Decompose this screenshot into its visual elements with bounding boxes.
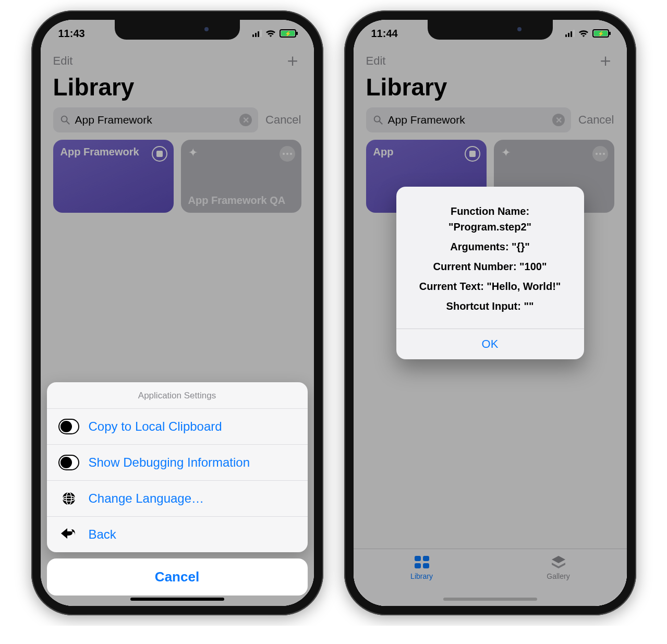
sheet-row-label: Copy to Local Clipboard: [89, 419, 222, 434]
battery-icon: ⚡: [280, 29, 296, 38]
sheet-row-copy-clipboard[interactable]: Copy to Local Clipboard: [47, 409, 308, 445]
status-time: 11:43: [58, 28, 85, 40]
wifi-icon: [265, 29, 276, 38]
sheet-row-change-language[interactable]: Change Language…: [47, 481, 308, 517]
sheet-row-label: Back: [89, 527, 116, 542]
alert-message: Function Name:"Program.step2" Arguments:…: [396, 187, 584, 329]
phone-right: 11:44 ⚡ Edit ＋ Library App Framework: [344, 10, 636, 615]
cellular-icon: [565, 30, 575, 37]
battery-icon: ⚡: [592, 29, 609, 38]
action-sheet: Application Settings Copy to Local Clipb…: [41, 382, 314, 606]
home-indicator[interactable]: [130, 598, 224, 601]
status-time: 11:44: [371, 28, 398, 40]
status-right: ⚡: [252, 29, 296, 38]
sheet-cancel-button[interactable]: Cancel: [47, 558, 308, 596]
alert-ok-button[interactable]: OK: [396, 329, 584, 359]
screen: 11:43 ⚡ Edit ＋ Library App Framework: [41, 20, 314, 606]
phone-left: 11:43 ⚡ Edit ＋ Library App Framework: [31, 10, 323, 615]
toggle-icon: [58, 455, 79, 470]
sheet-row-label: Change Language…: [89, 491, 204, 506]
notch: [115, 20, 240, 40]
sheet-row-label: Show Debugging Information: [89, 455, 250, 470]
wifi-icon: [578, 29, 589, 38]
alert-dialog: Function Name:"Program.step2" Arguments:…: [396, 187, 584, 359]
home-indicator[interactable]: [443, 598, 537, 601]
status-right: ⚡: [565, 29, 609, 38]
sheet-row-show-debug[interactable]: Show Debugging Information: [47, 445, 308, 481]
globe-icon: [58, 490, 79, 507]
cellular-icon: [252, 30, 262, 37]
screen: 11:44 ⚡ Edit ＋ Library App Framework: [354, 20, 627, 606]
sheet-title: Application Settings: [47, 382, 308, 409]
notch: [428, 20, 553, 40]
back-arrow-icon: [58, 526, 79, 543]
toggle-icon: [58, 419, 79, 434]
sheet-row-back[interactable]: Back: [47, 517, 308, 552]
